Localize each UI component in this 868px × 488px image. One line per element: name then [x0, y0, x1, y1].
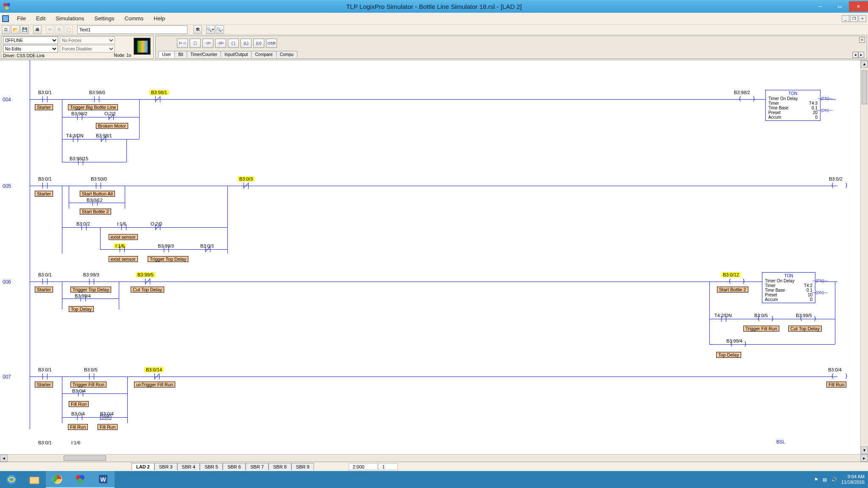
horizontal-scrollbar[interactable]: ◄ ► [0, 454, 868, 462]
panel-close-button[interactable]: × [859, 37, 865, 43]
ton-instruction[interactable]: TON Timer On Delay TimerT4:2 Time Base0.… [762, 272, 815, 303]
copy-button[interactable]: ⎘ [55, 25, 64, 34]
file-tab[interactable]: SBR 8 [269, 463, 291, 470]
xic-contact[interactable] [79, 224, 89, 230]
scroll-thumb[interactable] [64, 455, 106, 461]
tray-network-icon[interactable]: ▤ [823, 477, 827, 482]
xic-contact[interactable] [161, 246, 171, 252]
mdi-restore[interactable]: ❐ [850, 15, 858, 22]
taskbar-ie[interactable] [0, 471, 23, 488]
close-button[interactable]: ✕ [849, 1, 868, 11]
instr-tab-user[interactable]: User [158, 51, 175, 58]
file-tab[interactable]: SBR 5 [200, 463, 223, 470]
zoom-out-button[interactable]: 🔍- [216, 25, 224, 34]
xio-contact[interactable] [106, 114, 116, 120]
paste-button[interactable]: 📋 [64, 25, 73, 34]
instr-branch-button[interactable]: ☐ [190, 39, 201, 48]
instr-osr-button[interactable]: OSR [266, 39, 277, 48]
ladder-editor[interactable]: 004 B3:0/1 Starter B3:98/0 Trigger Big B… [0, 60, 868, 462]
mdi-minimize[interactable]: _ [842, 15, 849, 22]
xio-contact[interactable] [143, 279, 153, 284]
open-button[interactable]: 📂 [11, 25, 20, 34]
menu-simulations[interactable]: Simulations [50, 14, 89, 23]
file-tab[interactable]: SBR 9 [291, 463, 314, 470]
xic-contact[interactable] [40, 96, 50, 102]
instr-xic-button[interactable]: ⊣⊢ [202, 39, 213, 48]
minimize-button[interactable]: ─ [811, 1, 830, 11]
ote-coil[interactable]: ( ) [728, 278, 749, 284]
file-tab[interactable]: SBR 3 [154, 463, 177, 470]
xic-contact[interactable] [40, 279, 50, 284]
instr-tab-bit[interactable]: Bit [174, 51, 187, 58]
tabs-scroll-left[interactable]: ◄ [852, 52, 858, 58]
instr-rung-button[interactable]: ⊢⊣ [177, 39, 188, 48]
mode-select[interactable]: OFFLINE [3, 36, 58, 44]
instr-otl-button[interactable]: (L) [241, 39, 252, 48]
instr-xio-button[interactable]: ⊣/⊢ [215, 39, 226, 48]
menu-help[interactable]: Help [148, 14, 170, 23]
xic-contact[interactable] [87, 279, 97, 284]
file-tab[interactable]: LAD 2 [132, 463, 154, 470]
taskbar-clock[interactable]: 9:04 AM 11/18/2016 [841, 474, 865, 485]
instr-tab-io[interactable]: Input/Output [221, 51, 252, 58]
forces-enable-select[interactable]: Forces Disablec [60, 45, 115, 53]
scroll-thumb[interactable] [862, 70, 867, 104]
file-tab[interactable]: SBR 4 [177, 463, 200, 470]
instr-ote-button[interactable]: ( ) [228, 39, 239, 48]
menu-comms[interactable]: Comms [120, 14, 149, 23]
forces-select[interactable]: No Forces [60, 36, 115, 44]
tools-button[interactable]: 🛠 [193, 25, 202, 34]
xic-contact[interactable] [75, 414, 85, 420]
file-tab[interactable]: SBR 6 [223, 463, 246, 470]
maximize-button[interactable]: ▭ [830, 1, 849, 11]
search-input[interactable] [77, 25, 188, 34]
xic-contact[interactable] [92, 96, 102, 102]
xic-contact[interactable] [87, 374, 97, 379]
xio-contact[interactable] [203, 246, 213, 252]
tray-flag-icon[interactable]: ⚑ [814, 477, 818, 482]
taskbar-logixpro[interactable] [69, 471, 92, 488]
vertical-scrollbar[interactable]: ▲ ▼ [860, 60, 868, 454]
save-button[interactable]: 💾 [20, 25, 29, 34]
tray-volume-icon[interactable]: 🔊 [831, 477, 837, 482]
xic-contact[interactable] [40, 183, 50, 189]
xic-contact[interactable] [719, 316, 729, 322]
menu-edit[interactable]: Edit [31, 14, 50, 23]
menu-file[interactable]: File [12, 14, 31, 23]
menu-settings[interactable]: Settings [90, 14, 120, 23]
new-button[interactable]: 🗋 [2, 25, 10, 34]
instr-tab-compare[interactable]: Compare [251, 51, 276, 58]
tabs-scroll-right[interactable]: ► [858, 52, 864, 58]
xic-contact[interactable] [76, 390, 86, 396]
xio-contact[interactable] [241, 183, 251, 189]
xic-contact[interactable] [90, 200, 100, 206]
ton-instruction[interactable]: TON Timer On Delay TimerT4:3 Time Base0.… [765, 90, 820, 121]
taskbar-word[interactable]: W [92, 471, 115, 488]
xio-contact[interactable] [153, 224, 163, 230]
xic-contact[interactable] [93, 183, 104, 189]
ote-coil[interactable]: ( ) [799, 315, 820, 322]
xio-contact[interactable] [98, 136, 109, 142]
ote-coil[interactable]: ( ) [831, 373, 851, 379]
xic-contact[interactable] [75, 114, 85, 120]
xic-contact[interactable] [40, 374, 50, 379]
xic-contact[interactable] [78, 296, 88, 301]
ote-coil[interactable]: ( ) [738, 95, 759, 102]
taskbar-chrome[interactable] [46, 471, 69, 488]
xic-contact[interactable] [117, 246, 127, 252]
print-button[interactable]: 🖶 [33, 25, 42, 34]
edits-select[interactable]: No Edits [3, 45, 58, 53]
ote-coil[interactable]: ( ) [757, 315, 778, 322]
ote-coil[interactable]: ( ) [730, 340, 750, 347]
cut-button[interactable]: ✂ [46, 25, 54, 34]
ote-coil[interactable]: ( ) [831, 182, 851, 189]
xic-contact[interactable] [70, 136, 81, 142]
zoom-in-button[interactable]: 🔍+ [206, 25, 215, 34]
instr-tab-timer[interactable]: Timer/Counter [187, 51, 221, 58]
xio-contact[interactable] [152, 374, 162, 379]
taskbar-explorer[interactable] [23, 471, 46, 488]
file-tab[interactable]: SBR 7 [246, 463, 269, 470]
instr-tab-compute[interactable]: Compu [276, 51, 297, 58]
osr-instruction[interactable]: OSR [100, 415, 111, 420]
xic-contact[interactable] [76, 159, 86, 165]
